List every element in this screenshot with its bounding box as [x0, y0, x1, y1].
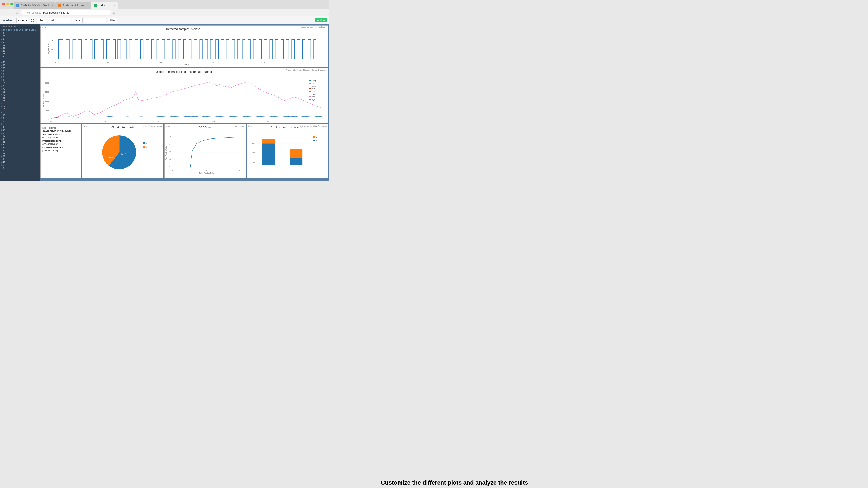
- bottom-charts-row: Model scoring: CLASSIFICATION MEASURES A…: [40, 124, 328, 178]
- reload-btn[interactable]: ↻: [14, 10, 20, 15]
- close-middle-chart-btn[interactable]: ✕ ↔: [41, 69, 46, 71]
- accuracy-value: 0.774891774892: [42, 136, 79, 139]
- detected-samples-chart: ✕ ↔ Detected samples in class 1 Detected…: [40, 25, 328, 67]
- list-item: 334: [0, 149, 39, 152]
- svg-text:0.2: 0.2: [169, 166, 171, 167]
- svg-text:Targeted Class: Targeted Class: [47, 41, 50, 55]
- svg-rect-3: [33, 21, 34, 22]
- list-item: 184: [0, 137, 39, 140]
- maximize-window-btn[interactable]: [10, 3, 13, 5]
- list-item: 395: [0, 134, 39, 137]
- classification-corner-label: Classification results: [143, 125, 162, 127]
- list-item: 483: [0, 64, 39, 67]
- classification-pie-svg: 0 1 68.4% 31.6%: [82, 129, 163, 174]
- svg-rect-1: [33, 19, 34, 20]
- svg-text:1: 1: [170, 136, 171, 138]
- middle-chart-title: Values of extracted features for each sa…: [41, 68, 328, 73]
- forward-btn[interactable]: →: [8, 10, 13, 15]
- close-window-btn[interactable]: [2, 3, 5, 5]
- svg-text:2000: 2000: [45, 82, 49, 84]
- svg-text:preg: preg: [312, 79, 316, 82]
- list-item: 641: [0, 161, 39, 164]
- list-item: 739: [0, 67, 39, 70]
- svg-rect-72: [262, 142, 275, 165]
- close-performance-chart-btn[interactable]: ✕ ↔: [248, 125, 253, 127]
- svg-rect-74: [289, 158, 303, 165]
- svg-text:0: 0: [48, 118, 49, 120]
- svg-text:test: test: [312, 90, 315, 92]
- svg-rect-36: [309, 94, 311, 94]
- back-btn[interactable]: ←: [2, 10, 7, 15]
- visdom-favicon: [94, 4, 97, 7]
- tab-workflow[interactable]: ProActive Workflow Studio ×: [13, 2, 56, 8]
- svg-text:1: 1: [316, 136, 317, 138]
- svg-text:0.5: 0.5: [51, 49, 53, 51]
- tab-workflow-close[interactable]: ×: [51, 4, 53, 7]
- svg-text:age: age: [312, 98, 315, 101]
- sidebar: List of Indexes List of detected samples…: [0, 24, 39, 181]
- model-scoring-label: Model scoring:: [42, 126, 79, 129]
- performance-chart: ✕ ↔ Predictive model performance Predict…: [247, 124, 328, 178]
- tab-scheduler[interactable]: ProActive Scheduler ×: [56, 2, 91, 8]
- main-input[interactable]: [48, 18, 71, 23]
- filter-btn[interactable]: filter: [108, 18, 118, 23]
- filter-input[interactable]: [84, 18, 106, 23]
- list-item: 98: [0, 158, 39, 161]
- svg-text:Index: Index: [184, 64, 189, 66]
- svg-text:150: 150: [211, 61, 214, 64]
- list-item: 363: [0, 131, 39, 134]
- svg-rect-65: [313, 136, 315, 138]
- list-item: 210: [0, 108, 39, 111]
- env-select[interactable]: main: [16, 18, 29, 23]
- app-toolbar: visdom main clear save filter online: [0, 16, 329, 24]
- grid-view-btn[interactable]: [30, 18, 35, 23]
- svg-text:0: 0: [190, 170, 191, 172]
- svg-text:pedi: pedi: [312, 96, 315, 98]
- svg-rect-38: [309, 96, 311, 97]
- svg-text:Feature Value: Feature Value: [42, 94, 45, 107]
- list-item: 395: [0, 96, 39, 99]
- close-top-chart-btn[interactable]: ✕ ↔: [41, 26, 46, 29]
- bookmark-btn[interactable]: ☆: [113, 10, 116, 15]
- address-input[interactable]: ⚠ Non sécurisé try.activeeon.com:32852: [21, 10, 111, 15]
- svg-rect-44: [143, 146, 145, 149]
- save-btn[interactable]: save: [72, 18, 82, 23]
- confusion-value: [[133 27] [ 25 46]]: [42, 149, 79, 152]
- svg-text:0.6: 0.6: [169, 151, 171, 153]
- minimize-window-btn[interactable]: [6, 3, 9, 5]
- top-chart-svg: Targeted Class 0 0.5 1 0 50 100 150 200 …: [41, 31, 328, 66]
- grid-icon: [31, 19, 34, 22]
- svg-rect-32: [309, 88, 311, 89]
- list-item: 665: [0, 78, 39, 82]
- list-item: 174: [0, 35, 39, 37]
- list-item: 479: [0, 105, 39, 108]
- svg-text:pres: pres: [312, 85, 316, 87]
- charts-area: ✕ ↔ Detected samples in class 1 Detected…: [39, 24, 329, 181]
- svg-text:31.6%: 31.6%: [108, 156, 114, 158]
- close-roc-chart-btn[interactable]: ✕ ↔: [165, 125, 170, 127]
- list-item: 246: [0, 55, 39, 58]
- lock-icon: ⚠: [23, 11, 25, 14]
- precision-value: 0.774891774892: [42, 142, 79, 146]
- middle-chart-corner-label: Values of extracted features for each sa…: [286, 69, 327, 71]
- list-item: 39: [0, 37, 39, 40]
- list-item: 579: [0, 93, 39, 96]
- svg-rect-75: [289, 149, 303, 158]
- tab-visdom-close[interactable]: ×: [114, 4, 116, 7]
- svg-text:100: 100: [159, 61, 162, 64]
- list-item: 405: [0, 90, 39, 93]
- clear-btn[interactable]: clear: [37, 18, 47, 23]
- list-item: 322: [0, 76, 39, 78]
- tab-visdom[interactable]: visdom ×: [91, 2, 118, 8]
- svg-rect-40: [309, 99, 311, 100]
- list-item: 594: [0, 129, 39, 131]
- list-item: 714: [0, 82, 39, 85]
- close-classification-chart-btn[interactable]: ✕ ↔: [83, 125, 88, 127]
- sidebar-title[interactable]: List of detected samples in class 1 :: [0, 28, 39, 32]
- extracted-features-chart: ✕ ↔ Values of extracted features for eac…: [40, 68, 328, 123]
- list-item: 747: [0, 146, 39, 149]
- tab-scheduler-close[interactable]: ×: [87, 4, 88, 7]
- list-item: 648: [0, 61, 39, 64]
- svg-rect-34: [309, 91, 311, 92]
- list-item: 369: [0, 152, 39, 155]
